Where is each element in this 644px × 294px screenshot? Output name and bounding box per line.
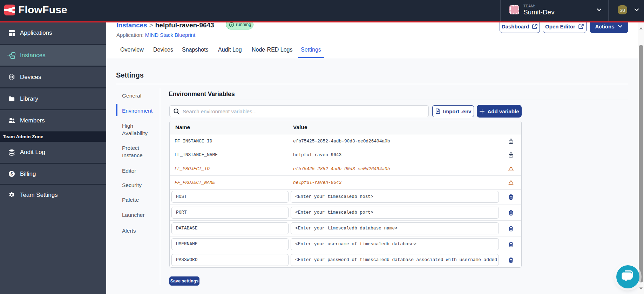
svg-text:$: $	[11, 172, 13, 176]
